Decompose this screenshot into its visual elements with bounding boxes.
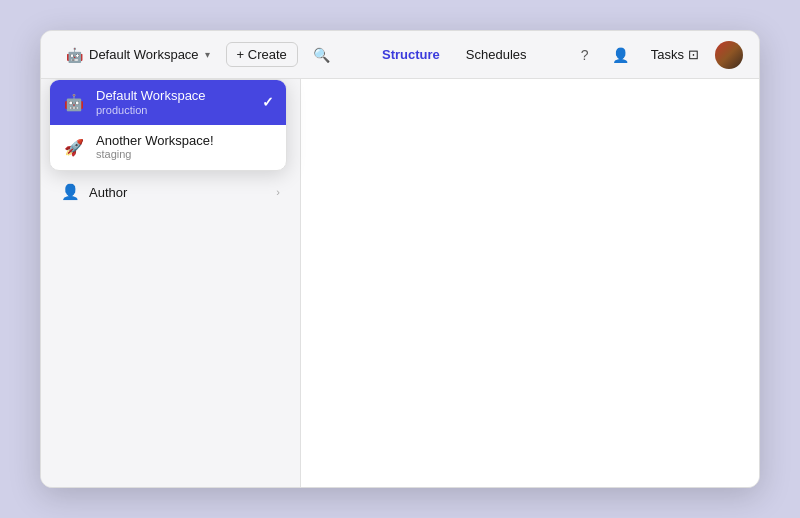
tasks-label: Tasks [651, 47, 684, 62]
tasks-icon: ⊡ [688, 47, 699, 62]
sidebar-item-label-author: Author [89, 185, 266, 200]
sidebar-item-author[interactable]: 👤 Author › [49, 175, 292, 209]
workspace-item-icon-default: 🤖 [62, 90, 86, 114]
author-icon: 👤 [61, 183, 79, 201]
nav-tabs: Structure Schedules [342, 42, 567, 67]
user-icon-button[interactable]: 👤 [607, 41, 635, 69]
help-button[interactable]: ? [571, 41, 599, 69]
dropdown-item-default[interactable]: 🤖 Default Workspace production ✓ [50, 80, 286, 125]
workspace-item-sub-default: production [96, 104, 252, 117]
check-icon: ✓ [262, 94, 274, 110]
workspace-selector[interactable]: 🤖 Default Workspace ▾ [57, 42, 218, 68]
chevron-down-icon: ▾ [205, 49, 210, 60]
search-button[interactable]: 🔍 [306, 39, 338, 71]
tab-schedules[interactable]: Schedules [454, 42, 539, 67]
main-content [301, 79, 759, 487]
dropdown-item-another[interactable]: 🚀 Another Workspace! staging [50, 125, 286, 170]
sidebar-section: 👤 Author › [41, 175, 300, 209]
tab-structure-label: Structure [382, 47, 440, 62]
sidebar: 🤖 Default Workspace production ✓ 🚀 Anoth… [41, 79, 301, 487]
workspace-item-icon-another: 🚀 [62, 135, 86, 159]
tab-structure[interactable]: Structure [370, 42, 452, 67]
workspace-item-text-another: Another Workspace! staging [96, 133, 274, 162]
create-label: + Create [237, 47, 287, 62]
help-icon: ? [581, 47, 589, 63]
workspace-item-name-another: Another Workspace! [96, 133, 274, 149]
app-window: 🤖 Default Workspace ▾ + Create 🔍 Structu… [40, 30, 760, 488]
app-body: 🤖 Default Workspace production ✓ 🚀 Anoth… [41, 79, 759, 487]
workspace-item-name-default: Default Workspace [96, 88, 252, 104]
chevron-right-icon: › [276, 186, 280, 198]
create-button[interactable]: + Create [226, 42, 298, 67]
header: 🤖 Default Workspace ▾ + Create 🔍 Structu… [41, 31, 759, 79]
search-icon: 🔍 [313, 47, 330, 63]
workspace-item-text-default: Default Workspace production [96, 88, 252, 117]
workspace-item-sub-another: staging [96, 148, 274, 161]
workspace-icon: 🤖 [65, 46, 83, 64]
workspace-dropdown: 🤖 Default Workspace production ✓ 🚀 Anoth… [49, 79, 287, 171]
workspace-name: Default Workspace [89, 47, 199, 62]
tab-schedules-label: Schedules [466, 47, 527, 62]
user-icon: 👤 [612, 47, 629, 63]
avatar[interactable] [715, 41, 743, 69]
header-right: ? 👤 Tasks ⊡ [571, 41, 743, 69]
tasks-button[interactable]: Tasks ⊡ [643, 43, 707, 66]
